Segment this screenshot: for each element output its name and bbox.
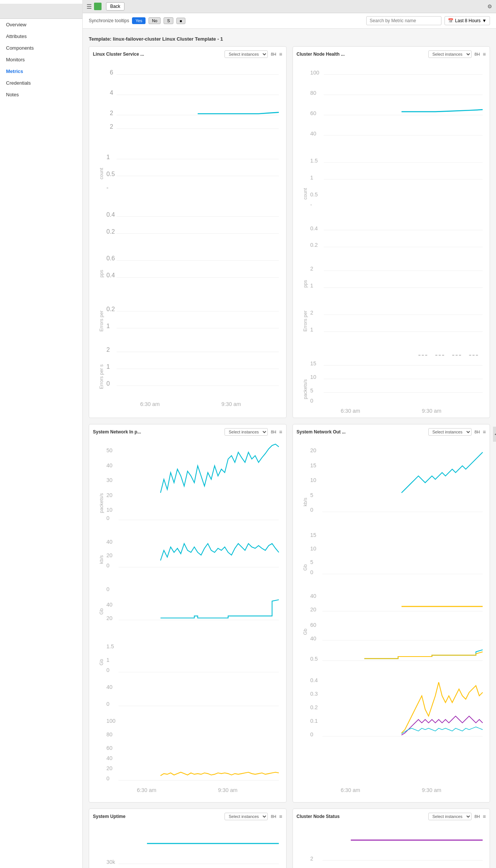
back-button[interactable]: Back: [106, 2, 124, 11]
svg-text:40: 40: [106, 684, 112, 690]
sidebar-collapse-btn[interactable]: ◀: [493, 427, 496, 442]
svg-text:Errors per s: Errors per s: [99, 364, 104, 389]
uptime-instance-select[interactable]: Select instances: [224, 813, 268, 820]
svg-text:1: 1: [310, 327, 313, 333]
svg-text:0: 0: [310, 507, 313, 513]
network-in-menu-icon[interactable]: ≡: [279, 429, 282, 435]
sidebar-item-monitors[interactable]: Monitors: [0, 54, 82, 65]
node-status-menu-icon[interactable]: ≡: [483, 813, 486, 819]
chart-header-node-health: Cluster Node Health ... Select instances…: [297, 50, 486, 58]
system-network-out-title: System Network Out ...: [297, 429, 346, 435]
svg-text:9:30 am: 9:30 am: [218, 787, 238, 793]
linux-cluster-instance-select[interactable]: Select instances: [224, 50, 268, 58]
chart-header-network-out: System Network Out ... Select instances …: [297, 428, 486, 436]
linux-cluster-menu-icon[interactable]: ≡: [279, 51, 282, 57]
sidebar-item-overview[interactable]: Overview: [0, 19, 82, 30]
sync-no-button[interactable]: No: [149, 17, 161, 24]
node-health-controls: Select instances 8H ≡: [428, 50, 486, 58]
chart-header-uptime: System Uptime Select instances 8H ≡: [93, 813, 282, 820]
svg-text:0: 0: [106, 562, 109, 569]
svg-text:Errors per: Errors per: [99, 310, 104, 331]
svg-text:4: 4: [110, 89, 113, 96]
node-health-time-badge: 8H: [473, 51, 481, 57]
linux-cluster-service-title: Linux Cluster Service ...: [93, 52, 144, 57]
svg-text:2: 2: [310, 266, 313, 272]
svg-text:Gb: Gb: [302, 564, 308, 571]
svg-text:1: 1: [106, 657, 109, 663]
network-out-menu-icon[interactable]: ≡: [483, 429, 486, 435]
svg-text:2: 2: [110, 123, 113, 130]
svg-text:0.4: 0.4: [310, 677, 317, 683]
linux-cluster-time-badge: 8H: [269, 51, 278, 57]
svg-text:15: 15: [310, 532, 316, 538]
sidebar-item-attributes[interactable]: Attributes: [0, 30, 82, 42]
svg-text:1.5: 1.5: [106, 644, 114, 650]
system-network-out-card: System Network Out ... Select instances …: [293, 424, 490, 803]
svg-text:9:30 am: 9:30 am: [422, 408, 441, 413]
svg-text:Gb: Gb: [302, 629, 308, 635]
svg-text:20: 20: [106, 492, 112, 498]
system-uptime-title: System Uptime: [93, 814, 126, 819]
svg-text:1: 1: [106, 322, 110, 329]
svg-text:60: 60: [310, 622, 316, 628]
svg-text:10: 10: [310, 374, 316, 380]
network-out-time-badge: 8H: [473, 429, 481, 435]
svg-text:1: 1: [310, 175, 313, 181]
svg-text:10: 10: [310, 546, 316, 552]
sync-s-button[interactable]: S: [164, 17, 173, 24]
svg-text:1.5: 1.5: [310, 158, 317, 164]
cluster-node-health-card: Cluster Node Health ... Select instances…: [293, 46, 490, 418]
uptime-controls: Select instances 8H ≡: [224, 813, 282, 820]
toolbar: Synchronize tooltips Yes No S ■ 📅 Last 8…: [83, 13, 496, 29]
network-out-controls: Select instances 8H ≡: [428, 428, 486, 436]
time-selector[interactable]: 📅 Last 8 Hours ▼: [444, 16, 490, 25]
svg-text:6: 6: [110, 69, 113, 76]
svg-text:count: count: [302, 188, 308, 199]
menu-icon[interactable]: ☰: [86, 3, 92, 10]
svg-text:count: count: [99, 167, 104, 179]
svg-text:10: 10: [106, 507, 112, 513]
cluster-node-health-svg: 100 80 60 40 1.5 1 0.5 -: [297, 61, 486, 413]
linux-cluster-svg: 6 4 2 2 1 0.5 -: [93, 61, 282, 413]
sidebar: Overview Attributes Components Monitors …: [0, 0, 83, 868]
sidebar-item-metrics[interactable]: Metrics: [0, 65, 82, 77]
svg-text:Gb: Gb: [99, 659, 104, 666]
svg-text:9:30 am: 9:30 am: [422, 787, 441, 793]
svg-text:0: 0: [310, 569, 313, 575]
svg-text:2: 2: [310, 310, 313, 316]
sync-yes-button[interactable]: Yes: [132, 17, 146, 24]
svg-text:40: 40: [310, 131, 316, 137]
cluster-node-status-card: Cluster Node Status Select instances 8H …: [293, 809, 490, 868]
network-in-instance-select[interactable]: Select instances: [224, 428, 268, 436]
svg-text:kb/s: kb/s: [302, 498, 308, 506]
svg-text:40: 40: [106, 755, 112, 761]
sidebar-item-credentials[interactable]: Credentials: [0, 77, 82, 89]
sidebar-item-notes[interactable]: Notes: [0, 89, 82, 100]
svg-text:0.2: 0.2: [310, 242, 317, 248]
node-status-time-badge: 8H: [473, 813, 481, 819]
sidebar-item-components[interactable]: Components: [0, 42, 82, 54]
sync-extra-button[interactable]: ■: [176, 18, 185, 24]
system-uptime-svg: 30k 20k 10k 0 d 6:30 am 9:30 am: [93, 823, 282, 868]
svg-text:0.2: 0.2: [310, 704, 317, 710]
uptime-menu-icon[interactable]: ≡: [279, 813, 282, 819]
svg-text:50: 50: [106, 447, 112, 453]
status-icon: [94, 3, 102, 10]
svg-text:0.4: 0.4: [106, 272, 115, 278]
svg-text:80: 80: [106, 731, 112, 737]
svg-text:2: 2: [110, 109, 113, 116]
search-input[interactable]: [366, 16, 441, 25]
svg-text:15: 15: [310, 462, 316, 468]
main-content: ☰ Back ⚙ Synchronize tooltips Yes No S ■…: [83, 0, 496, 868]
node-health-instance-select[interactable]: Select instances: [428, 50, 472, 58]
system-network-in-svg: 50 40 30 20 10 0 packets/s 40 20 0: [93, 439, 282, 797]
node-health-menu-icon[interactable]: ≡: [483, 51, 486, 57]
settings-icon[interactable]: ⚙: [487, 3, 492, 9]
svg-text:kb/s: kb/s: [99, 555, 104, 564]
network-out-instance-select[interactable]: Select instances: [428, 428, 472, 436]
node-status-instance-select[interactable]: Select instances: [428, 813, 472, 820]
svg-text:5: 5: [310, 388, 313, 394]
svg-text:2: 2: [106, 346, 110, 353]
svg-text:0: 0: [106, 380, 110, 387]
svg-text:0.5: 0.5: [310, 656, 317, 662]
